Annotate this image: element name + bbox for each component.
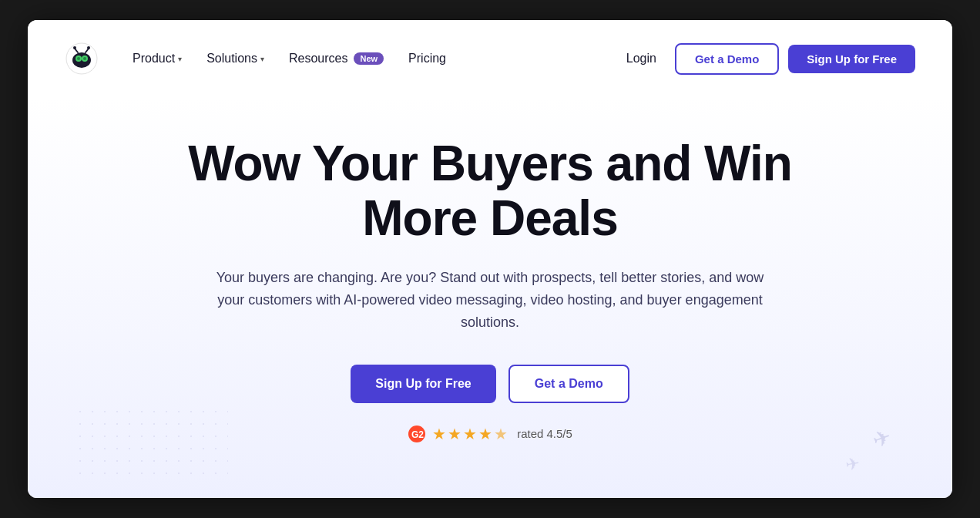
nav-right: Login Get a Demo Sign Up for Free [617,43,915,75]
demo-button-nav[interactable]: Get a Demo [675,43,779,75]
navbar: Product ▾ Solutions ▾ Resources New Pric… [28,20,952,97]
product-chevron-icon: ▾ [178,55,182,63]
signup-button-nav[interactable]: Sign Up for Free [788,45,915,73]
hero-section: ✈ ✈ Wow Your Buyers and Win More Deals Y… [28,97,952,498]
star-half: ★ [494,425,508,443]
logo-icon [65,42,99,76]
new-badge: New [354,52,384,65]
signup-button-hero[interactable]: Sign Up for Free [351,365,495,403]
nav-resources-label: Resources [289,52,347,66]
hero-subtitle: Your buyers are changing. Are you? Stand… [213,267,767,333]
decorative-bird-1: ✈ [869,424,894,454]
solutions-chevron-icon: ▾ [260,55,264,63]
svg-point-9 [83,57,86,60]
svg-point-1 [72,52,91,68]
g2-logo-icon: G2 [408,425,426,443]
demo-button-hero[interactable]: Get a Demo [508,365,629,403]
star-1: ★ [432,425,446,443]
hero-buttons: Sign Up for Free Get a Demo [351,365,629,403]
hero-title: Wow Your Buyers and Win More Deals [188,136,792,245]
nav-solutions-label: Solutions [206,52,257,66]
decorative-bird-2: ✈ [844,454,861,476]
rating-text: rated 4.5/5 [517,427,572,440]
stars-rating: ★ ★ ★ ★ ★ [432,425,508,443]
hero-title-line2: More Deals [362,190,617,246]
nav-pricing-label: Pricing [408,52,446,66]
star-2: ★ [448,425,461,443]
nav-item-product[interactable]: Product ▾ [123,45,191,72]
hero-title-line1: Wow Your Buyers and Win [188,136,792,191]
nav-item-solutions[interactable]: Solutions ▾ [197,45,274,72]
logo-area[interactable] [65,42,99,76]
star-4: ★ [478,425,492,443]
svg-point-5 [87,46,90,49]
svg-point-8 [77,57,80,60]
svg-text:G2: G2 [411,429,424,440]
bg-dots-decoration [74,405,228,483]
star-3: ★ [463,425,477,443]
nav-item-resources[interactable]: Resources New [280,45,393,72]
nav-item-pricing[interactable]: Pricing [399,45,455,72]
svg-point-4 [73,46,76,49]
nav-product-label: Product [133,52,175,66]
rating-area: G2 ★ ★ ★ ★ ★ rated 4.5/5 [408,425,572,443]
login-link[interactable]: Login [617,45,666,72]
nav-links: Product ▾ Solutions ▾ Resources New Pric… [123,45,617,72]
app-window: Product ▾ Solutions ▾ Resources New Pric… [28,20,952,498]
